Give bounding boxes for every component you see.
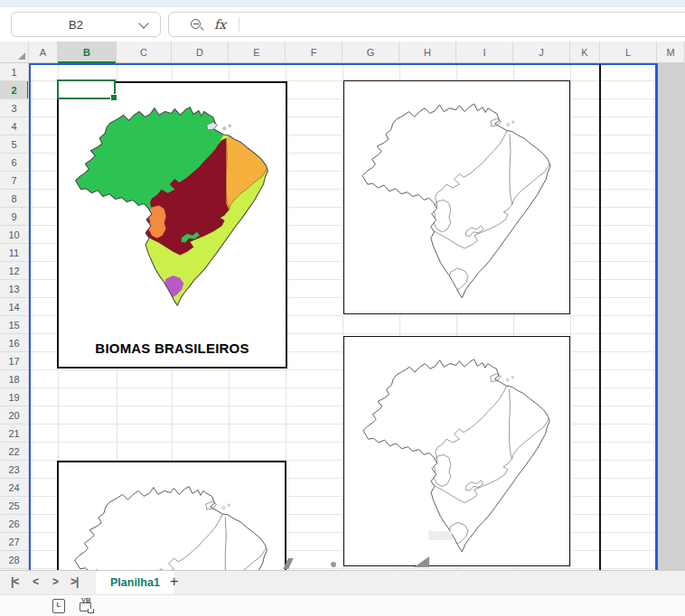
- sheet-tab-planilha1[interactable]: Planilha1: [96, 571, 174, 594]
- brazil-map-colored-svg: [60, 85, 286, 320]
- row-header-8[interactable]: 8: [0, 190, 28, 208]
- column-header-m[interactable]: M: [657, 42, 685, 63]
- row-header-15[interactable]: 15: [0, 316, 28, 334]
- row-header-3[interactable]: 3: [0, 99, 28, 117]
- row-header-19[interactable]: 19: [0, 388, 28, 406]
- biomes-map-outline-1[interactable]: [343, 80, 570, 314]
- column-k-divider-line: [599, 64, 601, 570]
- map-title: BIOMAS BRASILEIROS: [59, 341, 286, 356]
- next-sheet-button[interactable]: >: [52, 575, 58, 588]
- row-header-23[interactable]: 23: [0, 461, 28, 479]
- column-header-e[interactable]: E: [229, 42, 286, 63]
- watermark-fragment: [331, 562, 336, 567]
- zoom-out-icon[interactable]: [191, 19, 202, 30]
- formula-input[interactable]: [247, 17, 685, 32]
- row-header-22[interactable]: 22: [0, 443, 28, 461]
- column-header-h[interactable]: H: [399, 42, 456, 63]
- sheet-tab-label: Planilha1: [110, 576, 160, 589]
- column-header-l[interactable]: L: [600, 42, 657, 63]
- window-top-strip: [0, 0, 685, 7]
- page-border-top: [29, 63, 658, 65]
- row-header-27[interactable]: 27: [0, 533, 28, 551]
- page-border-left: [29, 63, 31, 570]
- column-header-b[interactable]: B: [58, 42, 117, 63]
- row-header-25[interactable]: 25: [0, 497, 28, 515]
- first-sheet-button[interactable]: |<: [11, 575, 18, 588]
- select-all-corner[interactable]: [0, 42, 29, 63]
- row-header-13[interactable]: 13: [0, 280, 28, 298]
- formula-bar-divider: [239, 17, 239, 32]
- column-header-f[interactable]: F: [286, 42, 342, 63]
- biomes-map-outline-3[interactable]: [57, 461, 286, 570]
- column-header-k[interactable]: K: [570, 42, 600, 63]
- select-all-triangle-icon: [18, 52, 25, 60]
- column-header-d[interactable]: D: [172, 42, 229, 63]
- row-header-12[interactable]: 12: [0, 262, 28, 280]
- row-header-1[interactable]: 1: [0, 63, 28, 81]
- row-header-5[interactable]: 5: [0, 135, 28, 154]
- column-header-j[interactable]: J: [513, 42, 570, 63]
- macros-icon[interactable]: VB: [80, 597, 96, 613]
- watermark-fragment: [414, 556, 429, 567]
- outside-page-area: [658, 63, 685, 570]
- column-header-a[interactable]: A: [29, 42, 58, 63]
- fx-icon: fx: [214, 17, 226, 32]
- row-header-7[interactable]: 7: [0, 172, 28, 190]
- row-header-17[interactable]: 17: [0, 352, 28, 370]
- row-header-21[interactable]: 21: [0, 425, 28, 443]
- spreadsheet-app: B2 fx ABCDEFGHIJKLM 12345678910111213141…: [0, 0, 685, 616]
- formula-toolbar: B2 fx: [0, 7, 685, 42]
- fill-handle[interactable]: [110, 94, 117, 101]
- biomes-map-outline-2[interactable]: [343, 336, 570, 566]
- row-header-2[interactable]: 2: [0, 81, 28, 99]
- last-sheet-button[interactable]: >|: [70, 575, 78, 588]
- name-box-value: B2: [12, 18, 140, 32]
- watermark-fragment: [428, 531, 452, 540]
- column-header-g[interactable]: G: [342, 42, 399, 63]
- gridline: [570, 63, 571, 570]
- column-headers: ABCDEFGHIJKLM: [29, 42, 685, 63]
- row-header-20[interactable]: 20: [0, 406, 28, 425]
- sheet-grid[interactable]: BIOMAS BRASILEIROS: [29, 63, 685, 570]
- add-sheet-button[interactable]: +: [170, 574, 178, 590]
- row-header-28[interactable]: 28: [0, 551, 28, 569]
- biomes-map-colored[interactable]: BIOMAS BRASILEIROS: [57, 81, 287, 369]
- row-header-11[interactable]: 11: [0, 244, 28, 262]
- brazil-map-outline-svg: [346, 338, 568, 565]
- row-header-18[interactable]: 18: [0, 370, 28, 388]
- row-header-14[interactable]: 14: [0, 298, 28, 316]
- column-header-c[interactable]: C: [117, 42, 172, 63]
- brazil-map-outline-svg: [345, 82, 569, 312]
- row-header-16[interactable]: 16: [0, 334, 28, 352]
- row-header-6[interactable]: 6: [0, 154, 28, 172]
- row-header-4[interactable]: 4: [0, 117, 28, 135]
- status-bar: L VB: [0, 594, 685, 616]
- sheet-tab-bar: |< < > >| Planilha1 +: [0, 570, 685, 594]
- column-header-i[interactable]: I: [456, 42, 513, 63]
- brazil-map-outline-svg: [59, 464, 285, 570]
- formula-bar[interactable]: fx: [168, 12, 685, 37]
- row-header-26[interactable]: 26: [0, 515, 28, 533]
- row-headers: 1234567891011121314151617181920212223242…: [0, 63, 29, 570]
- name-box[interactable]: B2: [11, 12, 161, 37]
- workbook-statistics-icon[interactable]: L: [52, 599, 65, 613]
- row-header-9[interactable]: 9: [0, 208, 28, 226]
- selected-cell-b2[interactable]: [57, 79, 116, 99]
- page-border-right: [655, 63, 658, 570]
- row-header-24[interactable]: 24: [0, 479, 28, 497]
- previous-sheet-button[interactable]: <: [33, 575, 38, 588]
- row-header-10[interactable]: 10: [0, 226, 28, 244]
- chevron-down-icon[interactable]: [138, 18, 148, 28]
